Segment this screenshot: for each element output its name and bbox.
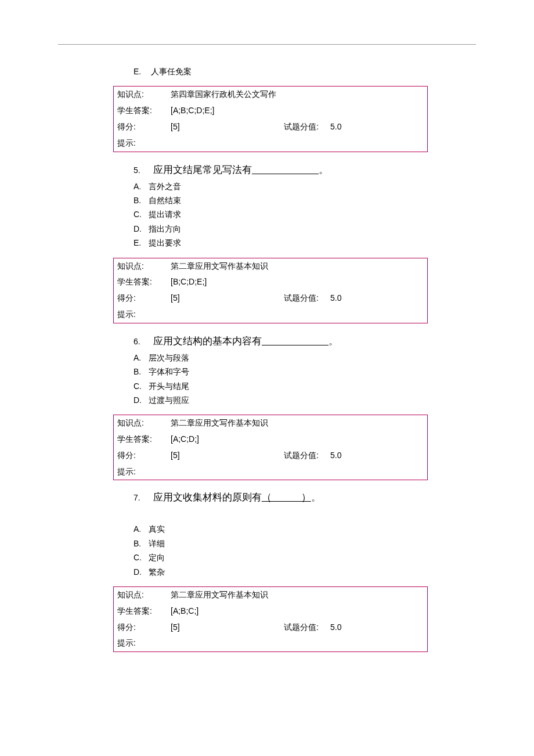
blank-underline xyxy=(262,335,329,345)
option-line: C.定向 xyxy=(134,551,476,564)
blank-paren: （ ） xyxy=(262,492,311,503)
ans-label: 学生答案: xyxy=(117,604,171,618)
option-letter: D. xyxy=(134,222,149,235)
answer-box-2: 知识点: 第二章应用文写作基本知识 学生答案: [B;C;D;E;] 得分: [… xyxy=(113,258,428,323)
option-line: E.提出要求 xyxy=(134,236,476,249)
option-line: C.开头与结尾 xyxy=(134,380,476,393)
option-letter: C. xyxy=(134,380,149,393)
option-letter: E. xyxy=(134,236,149,249)
hint-label: 提示: xyxy=(117,636,171,650)
hint-label: 提示: xyxy=(117,136,171,150)
header-divider xyxy=(58,44,476,45)
score-value: [5] xyxy=(171,621,284,635)
option-text: 开头与结尾 xyxy=(149,381,189,391)
option-line: D.过渡与照应 xyxy=(134,394,476,406)
ans-value: [A;B;C;D;E;] xyxy=(171,104,424,118)
option-text: 提出请求 xyxy=(149,210,181,219)
kp-value: 第二章应用文写作基本知识 xyxy=(171,260,424,273)
question-7: 7. 应用文收集材料的原则有（ ）。 xyxy=(134,491,476,504)
hint-label: 提示: xyxy=(117,308,171,322)
option-line: B.自然结束 xyxy=(134,194,476,207)
option-text: 人事任免案 xyxy=(151,67,192,76)
option-text: 详细 xyxy=(149,539,165,548)
ans-label: 学生答案: xyxy=(117,104,171,118)
question-6: 6. 应用文结构的基本内容有。 xyxy=(134,334,476,348)
option-line: A.真实 xyxy=(134,523,476,535)
kp-label: 知识点: xyxy=(117,588,171,602)
question-text: 应用文结构的基本内容有。 xyxy=(153,334,338,348)
hint-label: 提示: xyxy=(117,465,171,479)
option-text: 提出要求 xyxy=(149,238,181,247)
maxscore-label: 试题分值: xyxy=(284,291,330,305)
answer-box-1: 知识点: 第四章国家行政机关公文写作 学生答案: [A;B;C;D;E;] 得分… xyxy=(113,86,428,152)
maxscore-label: 试题分值: xyxy=(284,120,330,134)
kp-value: 第二章应用文写作基本知识 xyxy=(171,416,424,430)
ans-label: 学生答案: xyxy=(117,433,171,447)
answer-box-3: 知识点: 第二章应用文写作基本知识 学生答案: [A;C;D;] 得分: [5]… xyxy=(113,415,428,480)
maxscore-value: 5.0 xyxy=(330,291,341,305)
option-letter: B. xyxy=(134,194,149,207)
blank-underline xyxy=(252,164,319,174)
maxscore-value: 5.0 xyxy=(330,621,341,635)
maxscore-label: 试题分值: xyxy=(284,621,330,635)
ans-value: [A;B;C;] xyxy=(171,604,424,618)
document-page: E. 人事任免案 知识点: 第四章国家行政机关公文写作 学生答案: [A;B;C… xyxy=(0,0,534,695)
option-text: 定向 xyxy=(149,553,165,562)
question-text: 应用文收集材料的原则有（ ）。 xyxy=(153,491,321,504)
ans-value: [B;C;D;E;] xyxy=(171,275,424,289)
option-text: 层次与段落 xyxy=(149,353,189,362)
question-number: 5. xyxy=(134,165,140,175)
ans-value: [A;C;D;] xyxy=(171,433,424,447)
option-intro-e: E. 人事任免案 xyxy=(134,65,476,78)
ans-label: 学生答案: xyxy=(117,275,171,289)
option-letter: E. xyxy=(134,65,149,78)
option-line: D.指出方向 xyxy=(134,222,476,235)
score-label: 得分: xyxy=(117,291,171,305)
option-letter: A. xyxy=(134,351,149,364)
option-letter: D. xyxy=(134,566,149,578)
maxscore-label: 试题分值: xyxy=(284,449,330,463)
answer-box-4: 知识点: 第二章应用文写作基本知识 学生答案: [A;B;C;] 得分: [5]… xyxy=(113,586,428,652)
kp-label: 知识点: xyxy=(117,260,171,273)
option-line: D.繁杂 xyxy=(134,566,476,578)
option-text: 过渡与照应 xyxy=(149,395,189,405)
option-line: B.字体和字号 xyxy=(134,365,476,378)
question-text: 应用文结尾常见写法有。 xyxy=(153,163,329,177)
kp-value: 第四章国家行政机关公文写作 xyxy=(171,88,424,102)
option-text: 真实 xyxy=(149,524,165,534)
option-text: 指出方向 xyxy=(149,224,181,233)
kp-label: 知识点: xyxy=(117,416,171,430)
question-number: 6. xyxy=(134,337,140,346)
question-5: 5. 应用文结尾常见写法有。 xyxy=(134,163,476,177)
option-letter: A. xyxy=(134,523,149,535)
score-label: 得分: xyxy=(117,621,171,635)
option-letter: D. xyxy=(134,394,149,406)
option-letter: B. xyxy=(134,365,149,378)
option-line: A.层次与段落 xyxy=(134,351,476,364)
question-number: 7. xyxy=(134,493,140,502)
maxscore-value: 5.0 xyxy=(330,120,341,134)
kp-label: 知识点: xyxy=(117,88,171,102)
option-letter: C. xyxy=(134,551,149,564)
score-label: 得分: xyxy=(117,449,171,463)
option-line: C.提出请求 xyxy=(134,208,476,221)
option-letter: A. xyxy=(134,180,149,193)
score-label: 得分: xyxy=(117,120,171,134)
option-letter: C. xyxy=(134,208,149,221)
maxscore-value: 5.0 xyxy=(330,449,341,463)
option-line: B.详细 xyxy=(134,537,476,550)
kp-value: 第二章应用文写作基本知识 xyxy=(171,588,424,602)
option-text: 繁杂 xyxy=(149,567,165,577)
score-value: [5] xyxy=(171,291,284,305)
score-value: [5] xyxy=(171,449,284,463)
option-letter: B. xyxy=(134,537,149,550)
option-text: 言外之音 xyxy=(149,182,181,191)
option-text: 自然结束 xyxy=(149,196,181,205)
option-line: A.言外之音 xyxy=(134,180,476,193)
score-value: [5] xyxy=(171,120,284,134)
option-text: 字体和字号 xyxy=(149,367,189,376)
